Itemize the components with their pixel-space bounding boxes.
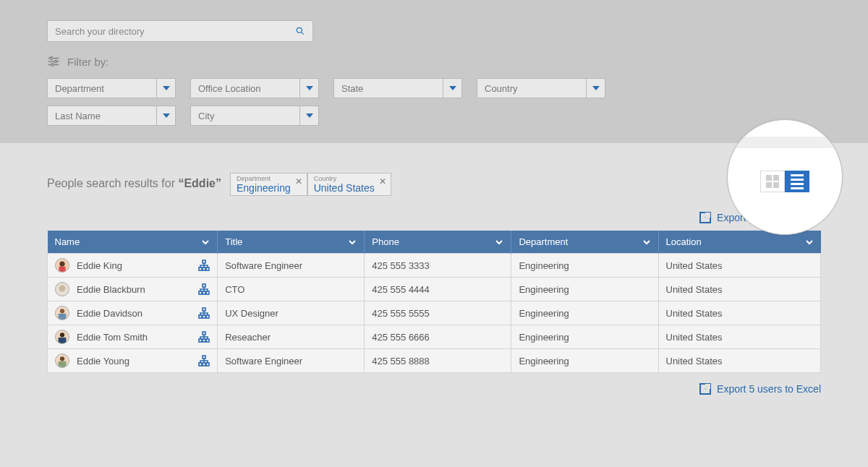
filter-panel: Filter by: DepartmentOffice LocationStat… [0, 0, 868, 142]
cell-department: Engineering [511, 325, 658, 349]
svg-point-0 [297, 27, 302, 33]
svg-rect-11 [203, 260, 205, 263]
filter-department[interactable]: Department [47, 78, 176, 98]
filter-country[interactable]: Country [477, 78, 605, 98]
org-chart-icon[interactable] [198, 307, 210, 319]
filter-label: Last Name [48, 111, 156, 121]
cell-name: Eddie Blackburn [77, 284, 145, 295]
org-chart-icon[interactable] [198, 260, 210, 271]
cell-title: Software Engineer [218, 254, 365, 278]
cell-phone: 425 555 8888 [365, 349, 511, 373]
svg-rect-24 [203, 308, 205, 311]
svg-point-30 [60, 333, 64, 337]
column-phone[interactable]: Phone [365, 231, 511, 254]
chevron-down-icon[interactable] [586, 79, 605, 98]
cell-name: Eddie King [77, 260, 122, 271]
export-link-bottom[interactable]: Export 5 users to Excel [699, 383, 821, 395]
table-row[interactable]: Eddie DavidsonUX Designer425 555 5555Eng… [48, 301, 821, 325]
svg-point-37 [60, 356, 64, 361]
export-icon [699, 383, 711, 395]
cell-location: United States [658, 254, 821, 278]
filter-city[interactable]: City [190, 106, 319, 126]
column-label: Phone [372, 236, 399, 247]
chevron-down-icon[interactable] [299, 106, 318, 125]
cell-location: United States [658, 278, 821, 301]
filter-label: Department [48, 83, 156, 94]
results-query: “Eddie” [178, 177, 221, 189]
avatar [55, 354, 69, 368]
table-row[interactable]: Eddie YoungSoftware Engineer425 555 8888… [48, 349, 821, 373]
column-name[interactable]: Name [48, 231, 218, 254]
cell-location: United States [658, 301, 821, 325]
search-input-container[interactable] [47, 20, 313, 42]
cell-phone: 425 555 4444 [365, 278, 511, 301]
svg-rect-13 [203, 267, 205, 270]
svg-rect-32 [199, 339, 202, 342]
results-summary: People search results for “Eddie” [47, 177, 221, 190]
cell-title: Software Engineer [218, 349, 365, 373]
search-icon [295, 26, 305, 36]
chevron-down-icon [348, 238, 357, 247]
view-toggle-spotlight [727, 119, 843, 235]
svg-rect-19 [203, 291, 205, 294]
search-input[interactable] [55, 26, 295, 37]
filter-chip-department[interactable]: DepartmentEngineering✕ [230, 173, 307, 196]
svg-rect-25 [199, 315, 202, 318]
filter-chip-country[interactable]: CountryUnited States✕ [307, 173, 391, 196]
org-chart-icon[interactable] [198, 355, 210, 367]
grid-view-button[interactable] [760, 171, 785, 192]
chip-label: Department [237, 175, 291, 182]
svg-rect-10 [59, 267, 66, 272]
chip-value: United States [314, 182, 375, 194]
list-view-button[interactable] [785, 171, 809, 192]
cell-title: CTO [218, 278, 365, 301]
svg-rect-39 [199, 363, 202, 366]
svg-rect-31 [203, 332, 205, 335]
filter-label: Office Location [191, 83, 299, 94]
results-prefix: People search results for [47, 177, 178, 189]
column-location[interactable]: Location [658, 231, 821, 254]
filter-by-label-row: Filter by: [47, 55, 821, 68]
chevron-down-icon [495, 238, 503, 247]
chevron-down-icon [805, 238, 814, 247]
filter-label: Country [477, 83, 586, 94]
chip-value: Engineering [237, 182, 291, 194]
svg-rect-34 [206, 339, 209, 342]
filter-last-name[interactable]: Last Name [47, 106, 176, 126]
cell-department: Engineering [511, 254, 658, 278]
chevron-down-icon[interactable] [443, 79, 461, 98]
avatar [55, 330, 69, 344]
svg-rect-12 [199, 267, 202, 270]
svg-rect-20 [206, 291, 209, 294]
cell-location: United States [658, 349, 821, 373]
export-label: Export 5 users to Excel [717, 383, 821, 395]
filter-office-location[interactable]: Office Location [190, 78, 319, 98]
column-title[interactable]: Title [218, 231, 365, 254]
column-department[interactable]: Department [511, 231, 658, 254]
export-icon [699, 212, 711, 223]
column-label: Name [55, 236, 80, 247]
svg-rect-14 [206, 267, 209, 270]
org-chart-icon[interactable] [198, 283, 210, 295]
svg-point-16 [59, 286, 66, 292]
filter-state[interactable]: State [333, 78, 462, 98]
cell-department: Engineering [511, 349, 658, 373]
close-icon[interactable]: ✕ [295, 176, 302, 187]
chip-label: Country [314, 175, 375, 182]
table-row[interactable]: Eddie Tom SmithReseacher425 555 6666Engi… [48, 325, 821, 349]
filter-by-label: Filter by: [67, 56, 109, 68]
sliders-icon [47, 55, 60, 68]
table-row[interactable]: Eddie BlackburnCTO425 555 4444Engineerin… [48, 278, 821, 301]
chevron-down-icon[interactable] [156, 106, 175, 125]
cell-phone: 425 555 3333 [365, 254, 511, 278]
chevron-down-icon[interactable] [299, 79, 318, 98]
svg-rect-40 [203, 363, 205, 366]
view-toggle [760, 171, 809, 192]
org-chart-icon[interactable] [198, 331, 210, 343]
cell-title: UX Designer [218, 301, 365, 325]
cell-phone: 425 555 6666 [365, 325, 511, 349]
chevron-down-icon[interactable] [156, 79, 175, 98]
table-row[interactable]: Eddie KingSoftware Engineer425 555 3333E… [48, 254, 821, 278]
close-icon[interactable]: ✕ [379, 176, 386, 187]
svg-rect-18 [199, 291, 202, 294]
